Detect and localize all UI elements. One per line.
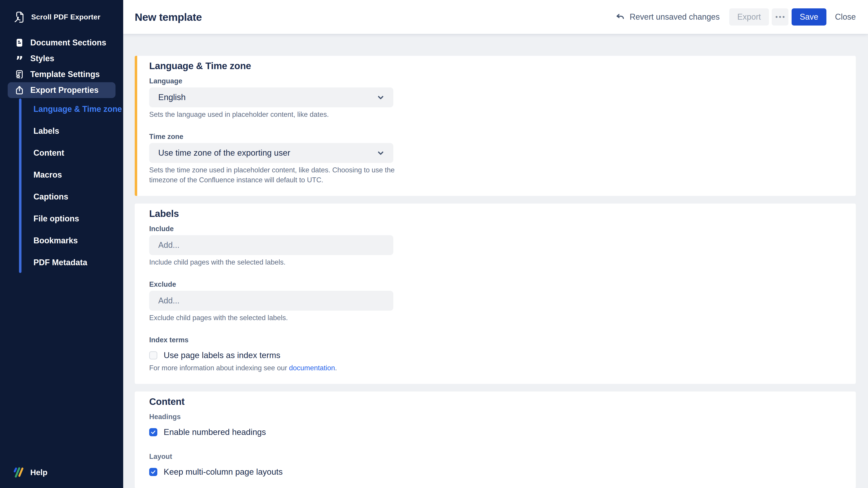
exclude-label: Exclude	[149, 280, 841, 289]
numbered-headings-checkbox[interactable]	[149, 428, 157, 436]
app-logo-row: Scroll PDF Exporter	[0, 0, 123, 24]
chevron-down-icon	[376, 148, 385, 158]
content-card: Content Headings Enable numbered heading…	[135, 392, 856, 488]
exclude-labels-input[interactable]	[149, 291, 393, 311]
sidebar-item-export-properties[interactable]: Export Properties	[8, 82, 116, 98]
index-helper-prefix: For more information about indexing see …	[149, 364, 289, 372]
multi-column-checkbox-label: Keep multi-column page layouts	[164, 466, 283, 477]
subnav-item-bookmarks[interactable]: Bookmarks	[0, 230, 123, 252]
template-settings-icon	[14, 69, 24, 79]
include-group: Include Include child pages with the sel…	[149, 224, 841, 267]
more-actions-button[interactable]: •••	[772, 8, 788, 26]
subnav-item-language-timezone[interactable]: Language & Time zone	[0, 98, 123, 120]
revert-unsaved-changes-button[interactable]: Revert unsaved changes	[615, 12, 720, 22]
exclude-group: Exclude Exclude child pages with the sel…	[149, 280, 841, 323]
index-helper-suffix: .	[335, 364, 337, 372]
chevron-down-icon	[376, 92, 385, 102]
subnav-item-captions[interactable]: Captions	[0, 186, 123, 207]
app-title: Scroll PDF Exporter	[31, 13, 100, 21]
close-button[interactable]: Close	[835, 12, 856, 22]
headings-group: Headings Enable numbered headings	[149, 412, 841, 437]
layout-group: Layout Keep multi-column page layouts	[149, 452, 841, 477]
timezone-select-value: Use time zone of the exporting user	[158, 148, 290, 158]
main-panel: New template Revert unsaved changes Expo…	[123, 0, 868, 488]
quote-icon: ”	[14, 54, 24, 64]
sidebar-item-styles[interactable]: ” Styles	[0, 51, 123, 66]
sidebar-item-label: Document Sections	[30, 38, 106, 47]
timezone-group: Time zone Use time zone of the exporting…	[149, 132, 841, 185]
pdf-file-icon	[14, 10, 25, 24]
index-terms-checkbox-row: Use page labels as index terms	[149, 350, 841, 361]
index-terms-checkbox-label: Use page labels as index terms	[164, 350, 280, 361]
index-terms-checkbox[interactable]	[149, 351, 157, 359]
app-root: Scroll PDF Exporter Document Sections ” …	[0, 0, 868, 488]
card-title: Labels	[149, 208, 841, 219]
documentation-link[interactable]: documentation	[289, 364, 335, 372]
numbered-headings-row: Enable numbered headings	[149, 427, 841, 437]
header-actions: Revert unsaved changes Export ••• Save C…	[615, 8, 856, 26]
sidebar-item-document-sections[interactable]: Document Sections	[0, 35, 123, 51]
include-label: Include	[149, 224, 841, 233]
layout-label: Layout	[149, 452, 841, 461]
check-icon	[150, 469, 156, 475]
language-select-value: English	[158, 93, 186, 102]
card-title: Language & Time zone	[149, 60, 841, 72]
exclude-helper-text: Exclude child pages with the selected la…	[149, 313, 411, 323]
document-sections-icon	[14, 38, 24, 48]
include-labels-input[interactable]	[149, 235, 393, 255]
language-group: Language English Sets the language used …	[149, 76, 841, 120]
sidebar-item-label: Styles	[30, 54, 54, 63]
multi-column-checkbox[interactable]	[149, 468, 157, 476]
language-timezone-card: Language & Time zone Language English Se…	[135, 56, 856, 196]
help-logo-icon	[13, 467, 25, 478]
help-button[interactable]: Help	[0, 467, 123, 488]
sidebar-item-template-settings[interactable]: Template Settings	[0, 66, 123, 82]
index-terms-helper-text: For more information about indexing see …	[149, 363, 411, 373]
timezone-helper-text: Sets the time zone used in placeholder c…	[149, 165, 411, 185]
subnav-item-macros[interactable]: Macros	[0, 164, 123, 186]
undo-icon	[615, 12, 625, 22]
help-label: Help	[30, 468, 48, 477]
save-button[interactable]: Save	[792, 8, 827, 26]
subnav-item-content[interactable]: Content	[0, 142, 123, 164]
export-button[interactable]: Export	[729, 8, 769, 26]
subnav-item-pdf-metadata[interactable]: PDF Metadata	[0, 252, 123, 273]
index-terms-group: Index terms Use page labels as index ter…	[149, 335, 841, 373]
timezone-label: Time zone	[149, 132, 841, 141]
language-label: Language	[149, 76, 841, 86]
card-title: Content	[149, 396, 841, 408]
headings-label: Headings	[149, 412, 841, 421]
sidebar-nav: Document Sections ” Styles	[0, 35, 123, 273]
page-title: New template	[135, 11, 202, 23]
subnav-item-file-options[interactable]: File options	[0, 207, 123, 230]
editor-header: New template Revert unsaved changes Expo…	[123, 0, 868, 34]
timezone-select[interactable]: Use time zone of the exporting user	[149, 143, 393, 163]
include-helper-text: Include child pages with the selected la…	[149, 257, 411, 267]
language-select[interactable]: English	[149, 88, 393, 107]
sidebar-item-label: Template Settings	[30, 70, 100, 79]
settings-scroll-area: Language & Time zone Language English Se…	[123, 34, 868, 488]
export-properties-subnav: Language & Time zone Labels Content Macr…	[0, 98, 123, 273]
sidebar: Scroll PDF Exporter Document Sections ” …	[0, 0, 123, 488]
multi-column-row: Keep multi-column page layouts	[149, 466, 841, 477]
numbered-headings-checkbox-label: Enable numbered headings	[164, 427, 266, 437]
check-icon	[150, 429, 156, 435]
revert-label: Revert unsaved changes	[630, 12, 720, 22]
language-helper-text: Sets the language used in placeholder co…	[149, 109, 411, 120]
subnav-active-rail	[19, 98, 22, 273]
index-terms-label: Index terms	[149, 335, 841, 345]
labels-card: Labels Include Include child pages with …	[135, 203, 856, 384]
sidebar-item-label: Export Properties	[30, 86, 98, 95]
subnav-item-labels[interactable]: Labels	[0, 120, 123, 142]
export-icon	[14, 85, 24, 95]
